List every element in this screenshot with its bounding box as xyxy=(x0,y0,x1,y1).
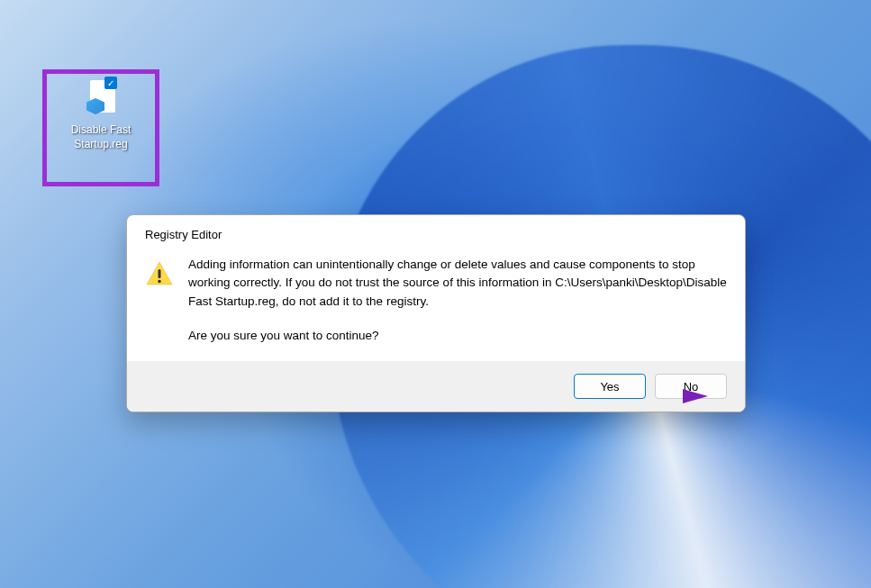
dialog-button-bar: Yes No xyxy=(127,361,745,412)
registry-editor-dialog: Registry Editor Adding information can u… xyxy=(126,214,746,412)
desktop-icon-label: Disable Fast Startup.reg xyxy=(50,123,152,151)
svg-point-1 xyxy=(158,280,161,284)
yes-button[interactable]: Yes xyxy=(574,374,646,399)
svg-rect-0 xyxy=(159,269,161,278)
warning-icon xyxy=(145,259,174,288)
dialog-message: Adding information can unintentionally c… xyxy=(188,256,727,345)
no-button[interactable]: No xyxy=(655,374,727,399)
dialog-warning-text: Adding information can unintentionally c… xyxy=(188,256,727,311)
reg-file-icon: ✓ xyxy=(79,77,122,120)
desktop-file-icon[interactable]: ✓ Disable Fast Startup.reg xyxy=(50,77,152,151)
dialog-confirm-text: Are you sure you want to continue? xyxy=(188,327,727,345)
dialog-title: Registry Editor xyxy=(127,215,745,249)
